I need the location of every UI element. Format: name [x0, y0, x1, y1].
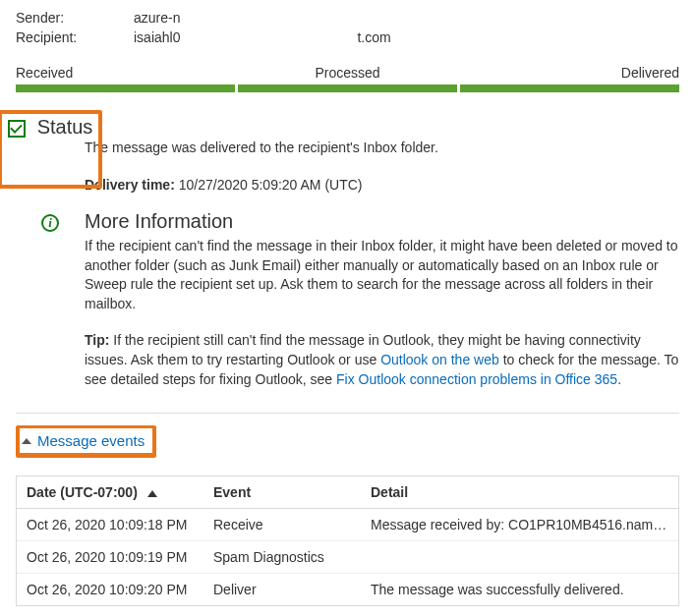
- col-header-event[interactable]: Event: [203, 476, 361, 508]
- cell-detail: Message received by: CO1PR10MB4516.nampr…: [361, 509, 678, 540]
- more-info-heading: More Information: [85, 210, 679, 233]
- outlook-web-link[interactable]: Outlook on the web: [380, 352, 499, 367]
- chevron-up-icon: [22, 438, 31, 444]
- recipient-value-2: t.com: [357, 29, 390, 45]
- cell-event: Deliver: [203, 574, 361, 605]
- stage-processed-label: Processed: [237, 65, 458, 84]
- col-header-detail[interactable]: Detail: [361, 476, 678, 508]
- table-row[interactable]: Oct 26, 2020 10:09:18 PM Receive Message…: [17, 509, 678, 541]
- more-info-body: If the recipient can't find the message …: [85, 237, 679, 313]
- col-date-label: Date (UTC-07:00): [27, 484, 138, 500]
- stage-bar-processed: [238, 84, 457, 92]
- table-row[interactable]: Oct 26, 2020 10:09:20 PM Deliver The mes…: [17, 574, 678, 605]
- stage-bar-received: [16, 84, 235, 92]
- message-events-toggle[interactable]: Message events: [22, 432, 145, 449]
- info-icon: i: [41, 214, 59, 232]
- sort-ascending-icon: [147, 490, 157, 497]
- table-row[interactable]: Oct 26, 2020 10:09:19 PM Spam Diagnostic…: [17, 541, 678, 574]
- recipient-value: isaiahl0: [134, 29, 180, 45]
- tip-text-3: .: [617, 371, 621, 387]
- cell-detail: [361, 541, 678, 573]
- cell-date: Oct 26, 2020 10:09:19 PM: [17, 541, 203, 573]
- cell-event: Receive: [203, 509, 361, 540]
- status-heading: Status: [37, 116, 93, 139]
- status-message: The message was delivered to the recipie…: [85, 140, 679, 155]
- sender-label: Sender:: [16, 10, 134, 26]
- cell-detail: The message was successfully delivered.: [361, 574, 678, 605]
- sender-value: azure-n: [134, 10, 679, 26]
- stage-delivered-label: Delivered: [458, 65, 679, 84]
- tip-label: Tip:: [85, 332, 109, 348]
- cell-date: Oct 26, 2020 10:09:20 PM: [17, 574, 203, 605]
- cell-event: Spam Diagnostics: [203, 541, 361, 573]
- fix-outlook-link[interactable]: Fix Outlook connection problems in Offic…: [336, 371, 617, 387]
- delivery-time-value: 10/27/2020 5:09:20 AM (UTC): [179, 177, 363, 193]
- delivery-stage-bar: Received Processed Delivered: [16, 65, 679, 92]
- cell-date: Oct 26, 2020 10:09:18 PM: [17, 509, 203, 540]
- check-icon: [8, 120, 26, 138]
- col-header-date[interactable]: Date (UTC-07:00): [17, 476, 203, 508]
- divider: [16, 413, 679, 414]
- message-events-label: Message events: [37, 432, 145, 449]
- stage-bar-delivered: [460, 84, 679, 92]
- more-info-tip: Tip: If the recipient still can't find t…: [85, 331, 679, 389]
- recipient-label: Recipient:: [16, 29, 134, 45]
- stage-received-label: Received: [16, 65, 237, 84]
- message-events-table: Date (UTC-07:00) Event Detail Oct 26, 20…: [16, 476, 679, 606]
